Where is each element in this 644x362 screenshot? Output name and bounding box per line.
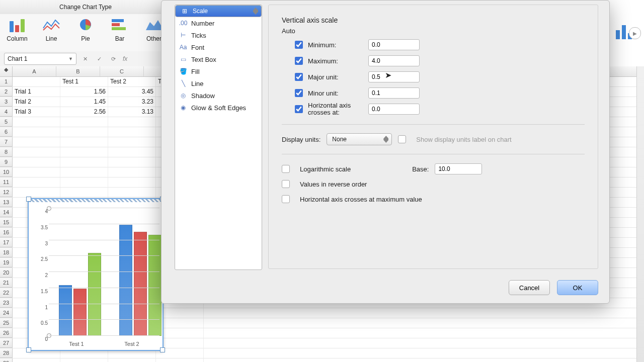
cell[interactable] [108,177,156,187]
cell[interactable] [13,127,60,137]
row-header[interactable]: 6 [0,127,13,137]
cell[interactable]: 3.45 [108,87,156,97]
cell[interactable] [156,358,204,362]
log-scale-checkbox[interactable] [282,165,290,173]
cell[interactable] [60,358,108,362]
cell[interactable] [108,188,156,197]
maximum-input[interactable] [368,55,420,66]
row-header[interactable]: 13 [0,198,13,207]
row-header[interactable]: 17 [0,238,13,247]
ribbon-bar[interactable]: Bar [103,14,137,51]
category-glow-soft-edges[interactable]: ◉Glow & Soft Edges [175,102,262,114]
show-units-label-checkbox[interactable] [398,135,406,143]
cell[interactable] [13,188,60,197]
row-header[interactable]: 25 [0,318,13,328]
resize-handle-icon[interactable] [26,347,31,352]
category-shadow[interactable]: ◎Shadow [175,89,262,102]
cell[interactable]: Trial 3 [13,107,60,117]
cell[interactable] [108,127,156,137]
row-header[interactable]: 2 [0,87,13,97]
minor-unit-auto-checkbox[interactable] [295,89,303,97]
row-header[interactable]: 3 [0,97,13,107]
cancel-button[interactable]: Cancel [509,280,550,295]
row-header[interactable]: 10 [0,167,13,177]
maximum-auto-checkbox[interactable] [295,57,303,65]
cell[interactable]: Test 2 [108,77,156,86]
row-header[interactable]: 23 [0,298,13,308]
row-header[interactable]: 7 [0,137,13,147]
cell[interactable] [108,167,156,177]
category-font[interactable]: AaFont [175,41,262,53]
cancel-formula-icon[interactable]: ✕ [79,53,91,64]
cell[interactable] [108,157,156,167]
cell[interactable] [60,188,108,197]
cell[interactable]: 1.45 [60,97,108,107]
row-header[interactable]: 16 [0,228,13,237]
cell[interactable] [13,77,60,86]
plot-handle-icon[interactable] [47,206,51,211]
embedded-chart[interactable]: 00.511.522.533.54 Test 1Test 2 [28,198,164,351]
cell[interactable] [13,137,60,147]
row-header[interactable]: 12 [0,188,13,197]
cell[interactable]: 3.23 [108,97,156,107]
row-header[interactable]: 1 [0,77,13,86]
bar[interactable] [148,235,162,336]
reverse-order-checkbox[interactable] [282,180,290,188]
cross-max-checkbox[interactable] [282,195,290,203]
accept-formula-icon[interactable]: ✓ [94,53,105,64]
row-header[interactable]: 29 [0,358,13,362]
row-header[interactable]: 11 [0,177,13,187]
cell[interactable] [13,117,60,127]
cell[interactable] [108,137,156,147]
refresh-icon[interactable]: ⟳ [108,53,119,64]
crosses-input[interactable] [368,104,420,115]
row-header[interactable]: 18 [0,248,13,257]
ribbon-pie[interactable]: Pie [68,14,103,51]
row-header[interactable]: 28 [0,348,13,358]
cell[interactable] [60,147,108,157]
vertical-scrollbar[interactable] [636,66,644,362]
major-unit-input[interactable] [368,71,420,82]
cell[interactable] [13,147,60,157]
row-header[interactable]: 14 [0,208,13,217]
row-header[interactable]: 19 [0,258,13,267]
cell[interactable]: Trial 1 [13,87,60,97]
cell[interactable] [60,167,108,177]
row-header[interactable]: 9 [0,157,13,167]
minor-unit-input[interactable] [368,87,420,99]
bar[interactable] [73,289,87,336]
bar[interactable] [134,232,147,336]
category-text-box[interactable]: ▭Text Box [175,53,262,65]
category-line[interactable]: ╲Line [175,77,262,89]
cell[interactable]: Test 1 [60,77,108,86]
cell[interactable] [13,157,60,167]
row-header[interactable]: 20 [0,268,13,278]
row-header[interactable]: 5 [0,117,13,127]
ribbon-column[interactable]: Column [0,14,34,51]
cell[interactable]: 3.13 [108,107,156,117]
bar[interactable] [88,253,101,336]
ribbon-line[interactable]: Line [34,14,68,51]
cell[interactable]: 2.56 [60,107,108,117]
resize-handle-icon[interactable] [160,347,165,352]
cell[interactable] [60,157,108,167]
cell[interactable] [108,358,156,362]
cell[interactable] [13,167,60,177]
row-header[interactable]: 4 [0,107,13,117]
col-header[interactable]: A [13,66,56,76]
ok-button[interactable]: OK [557,280,598,295]
crosses-auto-checkbox[interactable] [295,105,303,113]
cell[interactable] [13,177,60,187]
row-header[interactable]: 21 [0,278,13,288]
minimum-input[interactable] [368,39,420,50]
col-header[interactable]: B [56,66,100,76]
major-unit-auto-checkbox[interactable] [295,73,303,81]
play-icon[interactable]: ▶ [629,27,641,39]
cell[interactable] [60,137,108,147]
cell[interactable] [60,177,108,187]
category-fill[interactable]: 🪣Fill [175,65,262,77]
bar[interactable] [59,285,72,336]
cell[interactable]: Trial 2 [13,97,60,107]
category-ticks[interactable]: ⊢Ticks [175,29,262,41]
row-header[interactable]: 15 [0,218,13,227]
